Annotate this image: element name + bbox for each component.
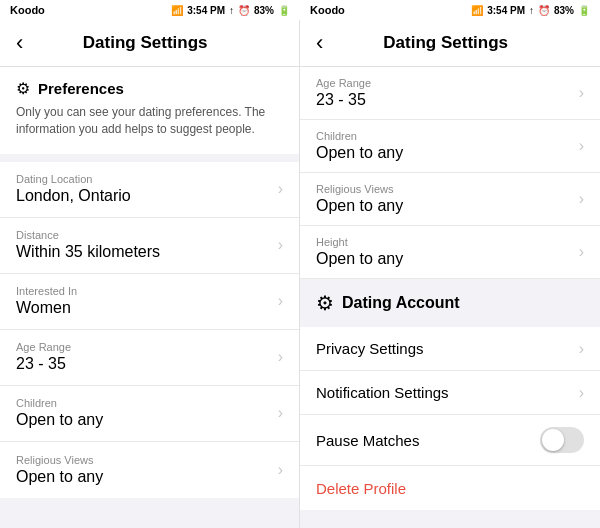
- right-top-label: Age Range: [316, 77, 579, 89]
- list-item-content: Distance Within 35 kilometers: [16, 229, 278, 261]
- right-top-content: Age Range 23 - 35: [316, 77, 579, 109]
- list-item-content: Age Range 23 - 35: [16, 341, 278, 373]
- right-account-item[interactable]: Delete Profile: [300, 466, 600, 510]
- battery-icon-left: 🔋: [278, 5, 290, 16]
- list-item-value: Open to any: [16, 468, 278, 486]
- right-status-icons: 📶 3:54 PM ↑ ⏰ 83% 🔋: [471, 5, 590, 16]
- chevron-icon: ›: [278, 180, 283, 198]
- left-list-item[interactable]: Distance Within 35 kilometers ›: [0, 218, 299, 274]
- battery-left: 83%: [254, 5, 274, 16]
- right-account-item[interactable]: Notification Settings ›: [300, 371, 600, 415]
- right-top-value: Open to any: [316, 144, 579, 162]
- right-top-content: Religious Views Open to any: [316, 183, 579, 215]
- list-item-content: Religious Views Open to any: [16, 454, 278, 486]
- preferences-header: ⚙ Preferences: [16, 79, 283, 98]
- left-nav-header: ‹ Dating Settings: [0, 20, 299, 67]
- right-battery: 83%: [554, 5, 574, 16]
- right-top-value: Open to any: [316, 197, 579, 215]
- right-top-item[interactable]: Age Range 23 - 35 ›: [300, 67, 600, 120]
- wifi-icon: 📶: [171, 5, 183, 16]
- chevron-icon: ›: [579, 243, 584, 261]
- list-item-content: Interested In Women: [16, 285, 278, 317]
- list-item-label: Interested In: [16, 285, 278, 297]
- left-list-section: Dating Location London, Ontario › Distan…: [0, 162, 299, 498]
- chevron-icon: ›: [278, 348, 283, 366]
- right-top-label: Children: [316, 130, 579, 142]
- list-item-label: Religious Views: [16, 454, 278, 466]
- left-list-item[interactable]: Dating Location London, Ontario ›: [0, 162, 299, 218]
- battery-icon-right: 🔋: [578, 5, 590, 16]
- left-list-item[interactable]: Children Open to any ›: [0, 386, 299, 442]
- chevron-icon: ›: [579, 384, 584, 402]
- list-item-label: Dating Location: [16, 173, 278, 185]
- left-panel-title: Dating Settings: [31, 33, 259, 53]
- list-item-label: Age Range: [16, 341, 278, 353]
- account-item-label: Notification Settings: [316, 384, 579, 401]
- location-icon: ↑: [229, 5, 234, 16]
- list-item-value: Within 35 kilometers: [16, 243, 278, 261]
- right-top-content: Children Open to any: [316, 130, 579, 162]
- chevron-icon: ›: [579, 137, 584, 155]
- right-top-item[interactable]: Religious Views Open to any ›: [300, 173, 600, 226]
- right-account-item[interactable]: Privacy Settings ›: [300, 327, 600, 371]
- dating-account-icon: ⚙: [316, 291, 334, 315]
- left-status-bar: Koodo 📶 3:54 PM ↑ ⏰ 83% 🔋: [0, 0, 300, 20]
- right-location-icon: ↑: [529, 5, 534, 16]
- right-back-button[interactable]: ‹: [316, 30, 323, 56]
- right-account-list: Privacy Settings › Notification Settings…: [300, 327, 600, 510]
- chevron-icon: ›: [278, 236, 283, 254]
- list-item-value: 23 - 35: [16, 355, 278, 373]
- list-item-value: London, Ontario: [16, 187, 278, 205]
- preferences-desc: Only you can see your dating preferences…: [16, 104, 283, 138]
- list-item-value: Open to any: [16, 411, 278, 429]
- account-item-label: Delete Profile: [316, 480, 584, 497]
- left-list-item[interactable]: Religious Views Open to any ›: [0, 442, 299, 498]
- account-item-label: Pause Matches: [316, 432, 540, 449]
- right-top-value: Open to any: [316, 250, 579, 268]
- right-top-label: Religious Views: [316, 183, 579, 195]
- right-nav-header: ‹ Dating Settings: [300, 20, 600, 67]
- left-carrier: Koodo: [10, 4, 45, 16]
- left-list-item[interactable]: Age Range 23 - 35 ›: [0, 330, 299, 386]
- preferences-icon: ⚙: [16, 79, 30, 98]
- list-item-label: Children: [16, 397, 278, 409]
- right-top-item[interactable]: Height Open to any ›: [300, 226, 600, 279]
- right-top-item[interactable]: Children Open to any ›: [300, 120, 600, 173]
- account-item-label: Privacy Settings: [316, 340, 579, 357]
- right-top-list: Age Range 23 - 35 › Children Open to any…: [300, 67, 600, 279]
- right-top-content: Height Open to any: [316, 236, 579, 268]
- chevron-icon: ›: [579, 190, 584, 208]
- left-list-item[interactable]: Interested In Women ›: [0, 274, 299, 330]
- left-panel-content: ⚙ Preferences Only you can see your dati…: [0, 67, 299, 528]
- dating-account-title: Dating Account: [342, 294, 460, 312]
- pause-matches-toggle[interactable]: [540, 427, 584, 453]
- chevron-icon: ›: [278, 292, 283, 310]
- dating-account-section: ⚙ Dating Account: [300, 279, 600, 327]
- right-panel-title: Dating Settings: [331, 33, 560, 53]
- list-item-content: Dating Location London, Ontario: [16, 173, 278, 205]
- right-alarm-icon: ⏰: [538, 5, 550, 16]
- toggle-knob: [542, 429, 564, 451]
- list-item-content: Children Open to any: [16, 397, 278, 429]
- chevron-icon: ›: [579, 340, 584, 358]
- panels: ‹ Dating Settings ⚙ Preferences Only you…: [0, 20, 600, 528]
- alarm-icon: ⏰: [238, 5, 250, 16]
- left-back-button[interactable]: ‹: [16, 30, 23, 56]
- right-status-bar: Koodo 📶 3:54 PM ↑ ⏰ 83% 🔋: [300, 0, 600, 20]
- list-item-value: Women: [16, 299, 278, 317]
- divider-1: [0, 154, 299, 162]
- left-panel: ‹ Dating Settings ⚙ Preferences Only you…: [0, 20, 300, 528]
- preferences-title: Preferences: [38, 80, 124, 97]
- right-time: 3:54 PM: [487, 5, 525, 16]
- right-carrier: Koodo: [310, 4, 345, 16]
- right-panel-content: Age Range 23 - 35 › Children Open to any…: [300, 67, 600, 528]
- left-time: 3:54 PM: [187, 5, 225, 16]
- right-wifi-icon: 📶: [471, 5, 483, 16]
- right-top-value: 23 - 35: [316, 91, 579, 109]
- right-panel: ‹ Dating Settings Age Range 23 - 35 › Ch…: [300, 20, 600, 528]
- chevron-icon: ›: [278, 404, 283, 422]
- right-top-label: Height: [316, 236, 579, 248]
- right-account-item[interactable]: Pause Matches: [300, 415, 600, 466]
- list-item-label: Distance: [16, 229, 278, 241]
- chevron-icon: ›: [278, 461, 283, 479]
